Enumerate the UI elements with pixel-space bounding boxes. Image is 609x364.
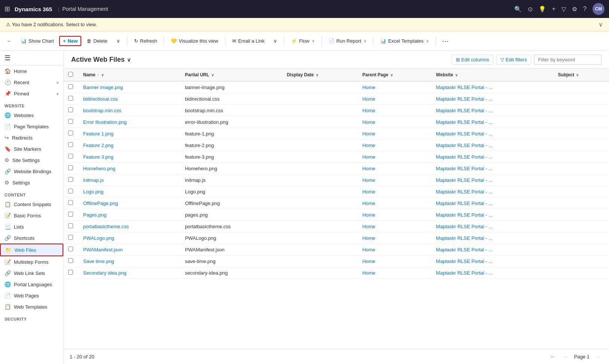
sidebar-item-redirects[interactable]: ↪ Redirects xyxy=(0,132,63,143)
website-link[interactable]: Maptaskr RLSE Portal - ... xyxy=(436,247,493,253)
row-checkbox-cell[interactable] xyxy=(64,151,79,163)
sidebar-item-website-bindings[interactable]: 🔗 Website Bindings xyxy=(0,166,63,177)
subject-column-header[interactable]: Subject ∨ xyxy=(554,69,609,81)
sidebar-item-portal-languages[interactable]: 🌐 Portal Languages xyxy=(0,279,63,290)
row-checkbox[interactable] xyxy=(68,119,73,124)
row-checkbox-cell[interactable] xyxy=(64,174,79,186)
row-checkbox[interactable] xyxy=(68,154,73,159)
row-checkbox[interactable] xyxy=(68,223,73,228)
parent-page-link[interactable]: Home xyxy=(362,259,375,264)
row-checkbox-cell[interactable] xyxy=(64,140,79,151)
sidebar-item-page-templates[interactable]: 📄 Page Templates xyxy=(0,121,63,132)
row-checkbox-cell[interactable] xyxy=(64,163,79,174)
row-checkbox-cell[interactable] xyxy=(64,186,79,198)
sidebar-item-basic-forms[interactable]: 📝 Basic Forms xyxy=(0,210,63,221)
notification-close-icon[interactable]: ∨ xyxy=(599,21,603,28)
parent-page-link[interactable]: Home xyxy=(362,189,375,195)
email-caret-button[interactable]: ∨ xyxy=(270,36,281,46)
sidebar-item-web-link-sets[interactable]: 🔗 Web Link Sets xyxy=(0,267,63,279)
row-checkbox-cell[interactable] xyxy=(64,209,79,221)
row-checkbox-cell[interactable] xyxy=(64,198,79,209)
delete-caret-button[interactable]: ∨ xyxy=(113,36,124,46)
row-checkbox[interactable] xyxy=(68,247,73,251)
sidebar-item-web-templates[interactable]: 📋 Web Templates xyxy=(0,301,63,312)
website-link[interactable]: Maptaskr RLSE Portal - ... xyxy=(436,154,493,160)
website-link[interactable]: Maptaskr RLSE Portal - ... xyxy=(436,143,493,148)
file-name-link[interactable]: PWALogo.png xyxy=(83,235,114,241)
row-checkbox-cell[interactable] xyxy=(64,267,79,279)
parent-page-column-header[interactable]: Parent Page ∨ xyxy=(358,69,431,81)
back-button[interactable]: ← xyxy=(3,36,15,46)
file-name-link[interactable]: Logo.png xyxy=(83,189,103,195)
parent-page-link[interactable]: Home xyxy=(362,270,375,276)
parent-page-link[interactable]: Home xyxy=(362,235,375,241)
website-link[interactable]: Maptaskr RLSE Portal - ... xyxy=(436,259,493,264)
row-checkbox[interactable] xyxy=(68,177,73,182)
sidebar-item-site-settings[interactable]: ⚙ Site Settings xyxy=(0,155,63,166)
notification-bar[interactable]: ⚠ You have 2 notifications. Select to vi… xyxy=(0,18,609,31)
display-date-column-header[interactable]: Display Date ∨ xyxy=(282,69,358,81)
file-name-link[interactable]: portalbasictheme.css xyxy=(83,224,129,229)
name-column-header[interactable]: Name ↑ ∨ xyxy=(79,69,181,81)
recent-icon[interactable]: ⊙ xyxy=(528,6,533,13)
sidebar-item-settings[interactable]: ⚙ Settings xyxy=(0,177,63,188)
row-checkbox-cell[interactable] xyxy=(64,221,79,232)
parent-page-link[interactable]: Home xyxy=(362,166,375,171)
sidebar-item-websites[interactable]: 🌐 Websites xyxy=(0,110,63,121)
website-link[interactable]: Maptaskr RLSE Portal - ... xyxy=(436,270,493,276)
filter-keyword-input[interactable] xyxy=(534,55,602,65)
select-all-header[interactable] xyxy=(64,69,79,81)
website-link[interactable]: Maptaskr RLSE Portal - ... xyxy=(436,224,493,229)
row-checkbox-cell[interactable] xyxy=(64,232,79,244)
row-checkbox[interactable] xyxy=(68,258,73,263)
row-checkbox-cell[interactable] xyxy=(64,256,79,267)
row-checkbox-cell[interactable] xyxy=(64,105,79,116)
sidebar-item-shortcuts[interactable]: 🔗 Shortcuts xyxy=(0,232,63,244)
add-icon[interactable]: + xyxy=(552,6,555,12)
parent-page-link[interactable]: Home xyxy=(362,96,375,102)
sidebar-item-lists[interactable]: 📃 Lists xyxy=(0,221,63,232)
website-link[interactable]: Maptaskr RLSE Portal - ... xyxy=(436,212,493,218)
select-all-checkbox[interactable] xyxy=(68,72,73,77)
sidebar-hamburger-icon[interactable]: ☰ xyxy=(3,53,12,63)
sidebar-item-recent[interactable]: 🕐 Recent ∨ xyxy=(0,77,63,88)
file-name-link[interactable]: Pages.png xyxy=(83,212,106,218)
file-name-link[interactable]: PWAManifest.json xyxy=(83,247,123,253)
partial-url-column-header[interactable]: Partial URL ∨ xyxy=(181,69,282,81)
filter-icon[interactable]: ▽ xyxy=(561,6,566,13)
row-checkbox[interactable] xyxy=(68,142,73,147)
website-link[interactable]: Maptaskr RLSE Portal - ... xyxy=(436,85,493,90)
parent-page-link[interactable]: Home xyxy=(362,224,375,229)
website-link[interactable]: Maptaskr RLSE Portal - ... xyxy=(436,201,493,206)
row-checkbox-cell[interactable] xyxy=(64,128,79,140)
notification-icon[interactable]: 💡 xyxy=(539,6,546,13)
website-link[interactable]: Maptaskr RLSE Portal - ... xyxy=(436,177,493,183)
website-link[interactable]: Maptaskr RLSE Portal - ... xyxy=(436,108,493,113)
file-name-link[interactable]: Feature 2.png xyxy=(83,143,113,148)
website-link[interactable]: Maptaskr RLSE Portal - ... xyxy=(436,189,493,195)
refresh-button[interactable]: ↻ Refresh xyxy=(130,36,161,46)
row-checkbox[interactable] xyxy=(68,107,73,112)
parent-page-link[interactable]: Home xyxy=(362,131,375,137)
edit-filters-button[interactable]: ▽ Edit filters xyxy=(496,55,531,65)
row-checkbox[interactable] xyxy=(68,84,73,89)
email-link-button[interactable]: ✉ Email a Link xyxy=(228,36,269,46)
parent-page-link[interactable]: Home xyxy=(362,212,375,218)
file-name-link[interactable]: Feature 1.png xyxy=(83,131,113,137)
parent-page-link[interactable]: Home xyxy=(362,85,375,90)
website-link[interactable]: Maptaskr RLSE Portal - ... xyxy=(436,131,493,137)
sidebar-item-web-pages[interactable]: 📄 Web Pages xyxy=(0,290,63,301)
sidebar-item-home[interactable]: 🏠 Home xyxy=(0,65,63,77)
sidebar-item-pinned[interactable]: 📌 Pinned ∨ xyxy=(0,88,63,99)
prev-page-button[interactable]: ← xyxy=(561,353,571,361)
more-options-icon[interactable]: ⋯ xyxy=(439,36,452,47)
row-checkbox[interactable] xyxy=(68,131,73,135)
run-report-button[interactable]: 📄 Run Report ∨ xyxy=(325,36,370,46)
row-checkbox[interactable] xyxy=(68,270,73,275)
website-link[interactable]: Maptaskr RLSE Portal - ... xyxy=(436,119,493,125)
file-name-link[interactable]: Secondary idea.png xyxy=(83,270,127,276)
show-chart-button[interactable]: 📊 Show Chart xyxy=(17,36,58,46)
row-checkbox[interactable] xyxy=(68,165,73,170)
row-checkbox-cell[interactable] xyxy=(64,93,79,105)
next-page-button[interactable]: → xyxy=(593,353,603,361)
